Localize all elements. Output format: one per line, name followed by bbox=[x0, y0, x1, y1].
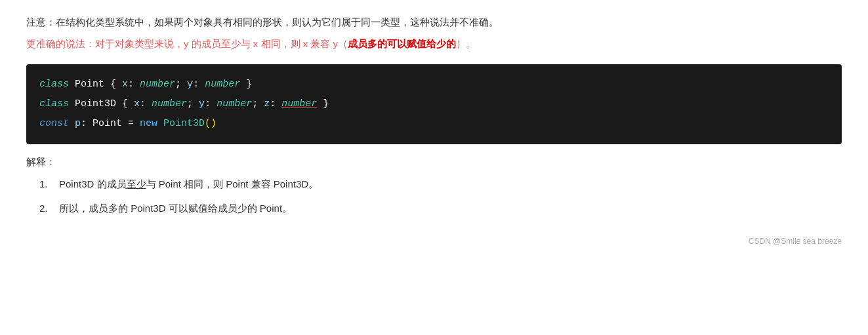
code-line-3: const p: Point = new Point3D() bbox=[39, 114, 829, 134]
keyword-class-2: class bbox=[39, 98, 69, 109]
list-text-1-after: 与 Point 相同，则 Point 兼容 Point3D。 bbox=[146, 178, 319, 189]
note-line2-suffix: ）。 bbox=[456, 38, 476, 49]
note-line2-prefix: 更准确的说法：对于对象类型来说，y 的成员至少与 x 相同，则 x 兼容 y（ bbox=[26, 38, 348, 49]
code-block: class Point { x: number; y: number } cla… bbox=[26, 64, 842, 144]
paren: () bbox=[205, 118, 217, 129]
explain-title: 解释： bbox=[26, 156, 842, 168]
var-p: p bbox=[69, 118, 81, 129]
code-line-2: class Point3D { x: number; y: number; z:… bbox=[39, 94, 829, 114]
list-text-1: Point3D 的成员至少与 Point 相同，则 Point 兼容 Point… bbox=[59, 175, 842, 193]
footer-text: CSDN @Smile sea breeze bbox=[749, 237, 842, 246]
list-item-1: 1. Point3D 的成员至少与 Point 相同，则 Point 兼容 Po… bbox=[39, 175, 842, 193]
keyword-new: new bbox=[140, 118, 157, 129]
note-line1: 注意：在结构化类型系统中，如果两个对象具有相同的形状，则认为它们属于同一类型，这… bbox=[26, 13, 842, 31]
type-point: Point bbox=[93, 118, 122, 129]
footer: CSDN @Smile sea breeze bbox=[26, 237, 842, 246]
type-z-underline: number bbox=[281, 98, 317, 109]
list-text-2: 所以，成员多的 Point3D 可以赋值给成员少的 Point。 bbox=[59, 199, 842, 217]
keyword-const: const bbox=[39, 118, 69, 129]
classname-point: Point bbox=[69, 79, 110, 90]
list-text-1-before: Point3D 的成员 bbox=[59, 178, 127, 189]
list-text-1-underline: 至少 bbox=[127, 178, 146, 189]
list-item-2: 2. 所以，成员多的 Point3D 可以赋值给成员少的 Point。 bbox=[39, 199, 842, 217]
note-line2: 更准确的说法：对于对象类型来说，y 的成员至少与 x 相同，则 x 兼容 y（成… bbox=[26, 35, 842, 52]
list-num-1: 1. bbox=[39, 175, 59, 193]
classname-point3d: Point3D bbox=[69, 98, 122, 109]
keyword-class-1: class bbox=[39, 79, 69, 90]
explain-list: 1. Point3D 的成员至少与 Point 相同，则 Point 兼容 Po… bbox=[39, 175, 842, 217]
constructor-point3d: Point3D bbox=[157, 118, 205, 129]
note-line2-bold: 成员多的可以赋值给少的 bbox=[348, 38, 456, 49]
code-line-1: class Point { x: number; y: number } bbox=[39, 75, 829, 94]
list-num-2: 2. bbox=[39, 199, 59, 217]
